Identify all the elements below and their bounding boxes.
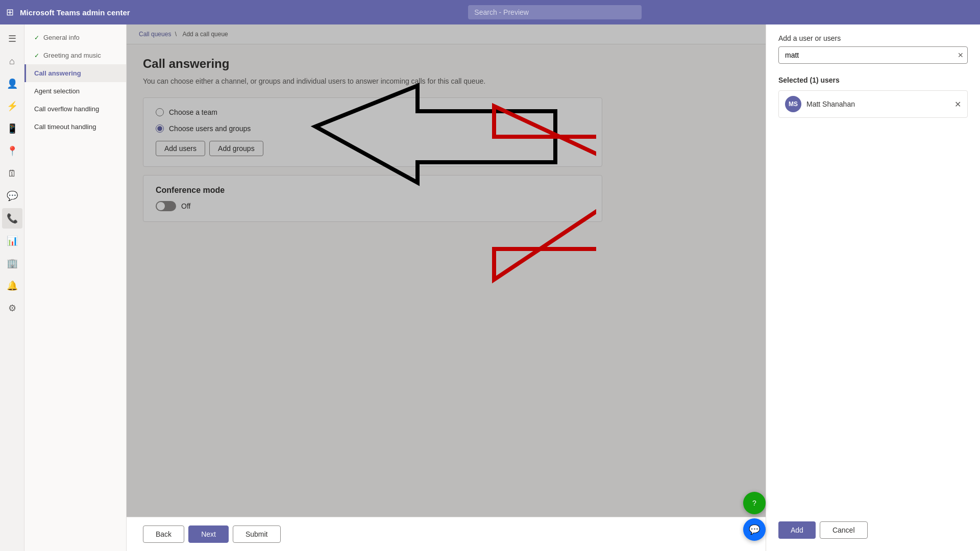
add-groups-button[interactable]: Add groups — [209, 141, 263, 156]
conference-mode-title: Conference mode — [156, 186, 590, 195]
check-icon-2: ✓ — [34, 52, 39, 59]
rail-icon-alerts[interactable]: 🔔 — [2, 276, 22, 296]
icon-rail: ☰ ⌂ 👤 ⚡ 📱 📍 🗓 💬 📞 📊 🏢 🔔 ⚙ — [0, 24, 24, 551]
rail-icon-meetings[interactable]: 🗓 — [2, 163, 22, 184]
conference-mode-state: Off — [181, 202, 190, 210]
choose-team-row: Choose a team — [156, 108, 590, 116]
rail-icon-messaging[interactable]: 💬 — [2, 186, 22, 206]
back-button[interactable]: Back — [143, 525, 184, 543]
add-users-button[interactable]: Add users — [156, 141, 205, 156]
breadcrumb-current: Add a call queue — [182, 31, 228, 38]
rail-icon-users[interactable]: 👤 — [2, 73, 22, 94]
choose-users-label: Choose users and groups — [169, 124, 251, 133]
sidebar-item-greeting-music[interactable]: ✓ Greeting and music — [24, 46, 126, 64]
sidebar-label-greeting-music: Greeting and music — [43, 52, 101, 59]
search-box: ✕ — [778, 46, 968, 64]
choose-team-radio[interactable] — [156, 108, 164, 116]
search-clear-button[interactable]: ✕ — [958, 51, 964, 59]
rail-icon-locations[interactable]: 📍 — [2, 141, 22, 161]
sidebar-item-general-info[interactable]: ✓ General info — [24, 29, 126, 46]
rail-icon-reporting[interactable]: 📊 — [2, 231, 22, 251]
user-chip-matt: MS Matt Shanahan ✕ — [778, 90, 968, 118]
choose-team-label: Choose a team — [169, 108, 217, 116]
panel-footer: Add Cancel — [778, 521, 968, 539]
float-button-chat[interactable]: 💬 — [743, 518, 766, 541]
add-users-panel: Add users Add a user or users ✕ Selected… — [766, 0, 980, 551]
search-label: Add a user or users — [778, 34, 968, 42]
users-groups-btn-row: Add users Add groups — [156, 141, 590, 156]
search-input[interactable] — [468, 5, 642, 19]
choose-users-row: Choose users and groups — [156, 124, 590, 133]
user-name-matt: Matt Shanahan — [806, 100, 949, 108]
rail-icon-devices[interactable]: 📱 — [2, 118, 22, 139]
user-search-input[interactable] — [778, 46, 968, 64]
float-button-feedback[interactable]: ? — [743, 492, 766, 514]
submit-button[interactable]: Submit — [233, 525, 281, 543]
rail-icon-home[interactable]: ⌂ — [2, 51, 22, 71]
sidebar-item-call-timeout[interactable]: Call timeout handling — [24, 118, 126, 136]
rail-icon-menu[interactable]: ☰ — [2, 29, 22, 49]
sidebar-item-call-overflow[interactable]: Call overflow handling — [24, 100, 126, 118]
app-title: Microsoft Teams admin center — [20, 8, 130, 17]
rail-icon-voice[interactable]: 📞 — [2, 208, 22, 229]
cancel-button[interactable]: Cancel — [820, 521, 868, 539]
conference-mode-toggle[interactable] — [156, 201, 176, 211]
rail-icon-teams[interactable]: ⚡ — [2, 96, 22, 116]
next-button[interactable]: Next — [188, 525, 229, 543]
selected-count-label: Selected (1) users — [778, 76, 968, 84]
sidebar-label-general-info: General info — [43, 34, 80, 41]
breadcrumb-separator: \ — [175, 31, 179, 38]
sidebar-label-agent-selection: Agent selection — [34, 87, 80, 95]
sidebar-item-agent-selection[interactable]: Agent selection — [24, 82, 126, 100]
grid-icon[interactable]: ⊞ — [6, 7, 14, 18]
conference-mode-toggle-row: Off — [156, 201, 590, 211]
conference-mode-card: Conference mode Off — [143, 175, 602, 222]
remove-user-button[interactable]: ✕ — [954, 99, 961, 109]
rail-icon-org[interactable]: 🏢 — [2, 253, 22, 273]
sidebar: ✓ General info ✓ Greeting and music Call… — [24, 24, 127, 551]
option-card: Choose a team Choose users and groups Ad… — [143, 97, 602, 167]
add-confirm-button[interactable]: Add — [778, 521, 816, 539]
choose-users-radio[interactable] — [156, 124, 164, 133]
rail-icon-settings[interactable]: ⚙ — [2, 298, 22, 318]
topbar: ⊞ Microsoft Teams admin center — [0, 0, 980, 24]
user-avatar-ms: MS — [785, 96, 801, 112]
sidebar-label-call-timeout: Call timeout handling — [34, 123, 96, 131]
breadcrumb-link-call-queues[interactable]: Call queues — [139, 31, 171, 38]
check-icon: ✓ — [34, 34, 39, 41]
action-bar: Back Next Submit — [127, 517, 776, 551]
sidebar-label-call-overflow: Call overflow handling — [34, 105, 99, 113]
sidebar-item-call-answering[interactable]: Call answering — [24, 64, 126, 82]
sidebar-label-call-answering: Call answering — [34, 69, 81, 77]
